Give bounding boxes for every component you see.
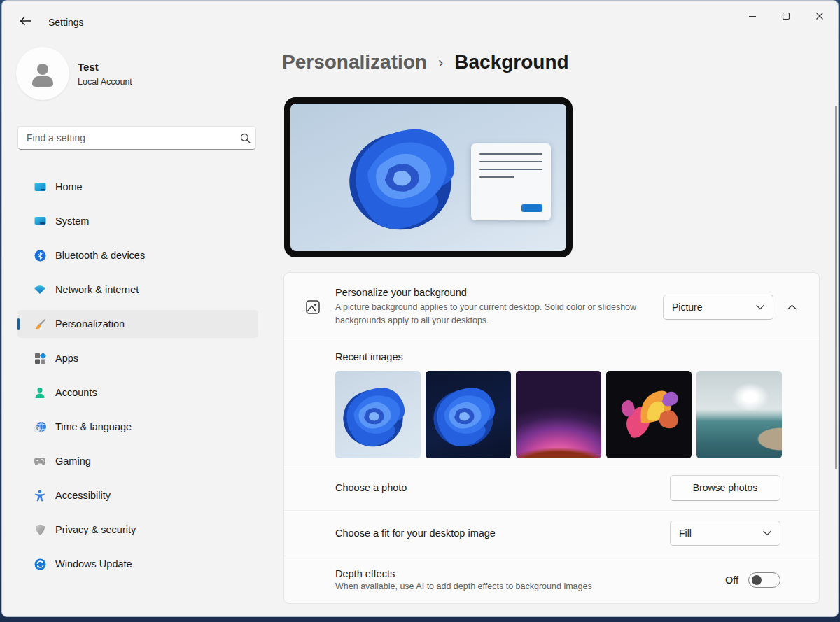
background-preview-screen — [290, 104, 566, 251]
sidebar-item-label: Accessibility — [55, 490, 111, 501]
account-name: Test — [78, 61, 99, 73]
chevron-up-icon — [788, 304, 797, 310]
recent-image-thumbnail-bloom-light[interactable] — [335, 371, 421, 458]
back-button[interactable] — [13, 10, 37, 31]
network-icon — [34, 283, 46, 296]
app-title: Settings — [48, 17, 84, 28]
sidebar-item-bluetooth-devices[interactable]: Bluetooth & devices — [18, 241, 258, 269]
sidebar-item-accounts[interactable]: Accounts — [18, 379, 258, 407]
settings-window: Settings Test Local Account — [1, 0, 839, 617]
breadcrumb-parent[interactable]: Personalization — [282, 51, 427, 73]
sidebar-item-label: Apps — [55, 353, 78, 364]
background-type-value: Picture — [672, 302, 756, 313]
close-icon — [816, 12, 824, 20]
gaming-icon — [34, 455, 46, 467]
sidebar-item-label: Privacy & security — [55, 524, 136, 535]
sidebar-item-windows-update[interactable]: Windows Update — [18, 550, 258, 578]
breadcrumb: Personalization › Background — [282, 51, 569, 73]
depth-effects-state-label: Off — [725, 574, 738, 586]
image-icon — [304, 299, 322, 316]
sidebar-item-privacy-security[interactable]: Privacy & security — [18, 516, 258, 544]
sidebar-item-label: System — [55, 215, 89, 227]
sidebar-item-label: Home — [55, 181, 83, 192]
sidebar-item-label: Windows Update — [55, 558, 132, 570]
recent-image-thumbnail-landscape[interactable] — [696, 371, 782, 458]
sidebar-item-label: Accounts — [55, 387, 97, 398]
search-icon[interactable] — [234, 133, 255, 143]
sidebar-item-personalization[interactable]: Personalization — [18, 310, 258, 338]
search-input[interactable] — [18, 132, 234, 143]
preview-dialog-mock — [471, 143, 551, 220]
recent-images-section: Recent images — [284, 341, 819, 465]
maximize-icon — [782, 12, 790, 20]
recent-image-thumbnail-bloom-dark[interactable] — [426, 371, 511, 458]
choose-fit-row: Choose a fit for your desktop image Fill — [284, 511, 819, 556]
choose-photo-label: Choose a photo — [335, 482, 670, 493]
close-button[interactable] — [803, 3, 836, 29]
collapse-expander-button[interactable] — [780, 295, 804, 319]
depth-effects-title: Depth effects — [335, 568, 725, 579]
preview-dialog-button — [522, 204, 542, 212]
sidebar-item-accessibility[interactable]: Accessibility — [18, 481, 258, 509]
time-language-icon — [34, 420, 46, 433]
vertical-scrollbar[interactable] — [835, 106, 837, 469]
apps-icon — [34, 352, 46, 365]
fit-dropdown[interactable]: Fill — [670, 521, 780, 546]
system-icon — [34, 215, 46, 227]
back-arrow-icon — [20, 16, 31, 26]
sidebar-item-gaming[interactable]: Gaming — [18, 447, 258, 475]
search-box — [18, 126, 256, 150]
recent-image-thumbnail-glow[interactable] — [516, 371, 601, 458]
recent-images-label: Recent images — [335, 351, 819, 362]
fit-dropdown-value: Fill — [679, 528, 763, 539]
sidebar-item-label: Gaming — [55, 455, 91, 467]
choose-photo-row: Choose a photo Browse photos — [284, 465, 819, 510]
accessibility-icon — [34, 489, 46, 502]
background-type-dropdown[interactable]: Picture — [663, 295, 774, 320]
sidebar-item-label: Time & language — [55, 421, 132, 432]
personalization-icon — [34, 318, 46, 330]
background-preview-tablet — [284, 97, 573, 257]
recent-image-thumbnail-abstract-flower[interactable] — [606, 371, 692, 458]
choose-fit-label: Choose a fit for your desktop image — [335, 528, 670, 539]
depth-effects-toggle[interactable] — [748, 572, 780, 588]
sidebar-item-system[interactable]: System — [18, 207, 258, 235]
section-description: A picture background applies to your cur… — [335, 301, 649, 326]
minimize-icon — [748, 12, 757, 20]
sidebar-item-label: Personalization — [55, 318, 125, 330]
home-icon — [34, 181, 46, 193]
recent-images-list — [335, 371, 819, 458]
page-title: Background — [454, 51, 568, 73]
sidebar-nav: Home System Bluetooth & devices Network … — [18, 173, 258, 584]
titlebar: Settings — [2, 1, 838, 34]
user-icon — [28, 59, 57, 88]
toggle-knob — [752, 575, 762, 585]
sidebar-item-home[interactable]: Home — [18, 173, 258, 201]
avatar[interactable] — [16, 47, 69, 100]
browse-photos-button[interactable]: Browse photos — [670, 475, 780, 501]
breadcrumb-chevron-icon: › — [438, 54, 443, 72]
accounts-icon — [34, 386, 46, 399]
depth-effects-row: Depth effects When available, use AI to … — [284, 556, 819, 603]
account-type: Local Account — [78, 77, 132, 87]
windows-update-icon — [34, 558, 46, 570]
sidebar-item-apps[interactable]: Apps — [18, 344, 258, 372]
sidebar-item-label: Bluetooth & devices — [55, 250, 145, 261]
section-title: Personalize your background — [335, 287, 649, 298]
preview-dialog-lines — [479, 153, 542, 184]
depth-effects-description: When available, use AI to add depth effe… — [335, 581, 725, 591]
privacy-icon — [34, 523, 46, 536]
minimize-button[interactable] — [736, 3, 769, 29]
bluetooth-icon — [34, 249, 46, 262]
sidebar-item-network-internet[interactable]: Network & internet — [18, 276, 258, 304]
sidebar-item-time-language[interactable]: Time & language — [18, 413, 258, 441]
chevron-down-icon — [756, 304, 764, 310]
personalize-background-header[interactable]: Personalize your background A picture ba… — [284, 273, 819, 341]
personalize-background-card: Personalize your background A picture ba… — [284, 272, 820, 604]
chevron-down-icon — [763, 530, 771, 536]
maximize-button[interactable] — [769, 3, 803, 29]
sidebar-item-label: Network & internet — [55, 284, 139, 295]
bloom-wallpaper-art — [315, 106, 486, 248]
